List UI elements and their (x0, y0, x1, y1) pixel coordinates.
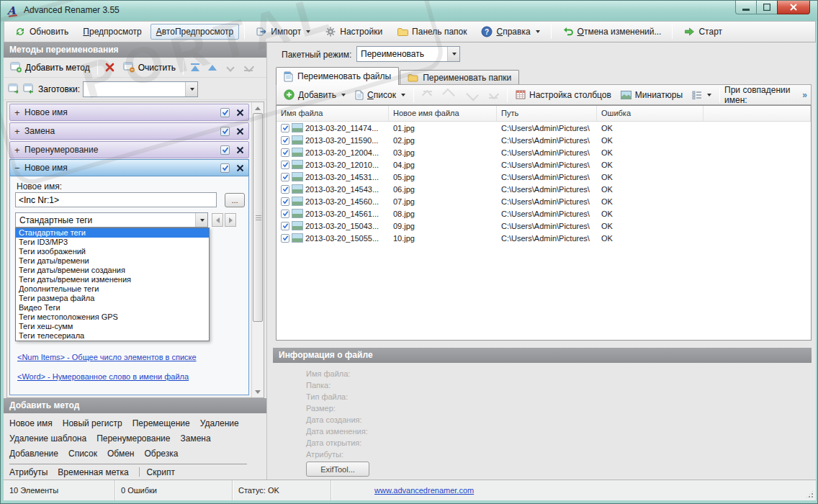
add-method-link[interactable]: Перенумерование (96, 433, 170, 444)
row-checkbox[interactable] (281, 148, 289, 157)
method-enabled-checkbox[interactable] (220, 163, 230, 173)
table-row[interactable]: 2013-03-20_11590... 02.jpg C:\Users\Admi… (277, 134, 811, 146)
tag-category-option[interactable]: Теги даты/времени создания (16, 266, 209, 275)
undo-button[interactable]: Отмена изменений... (557, 23, 668, 40)
row-checkbox[interactable] (281, 234, 289, 243)
tag-category-option[interactable]: Теги хеш-сумм (16, 322, 209, 331)
remove-method-icon[interactable] (236, 109, 244, 117)
remove-method-icon[interactable] (236, 146, 244, 154)
method-bar[interactable]: + Новое имя (9, 104, 249, 121)
remove-method-icon[interactable] (236, 127, 244, 135)
tag-category-option[interactable]: Теги даты/времени изменения (16, 275, 209, 284)
expand-icon[interactable]: + (14, 126, 24, 137)
methods-scrollbar[interactable] (251, 102, 264, 397)
import-button[interactable]: Импорт (250, 23, 316, 40)
tag-category-option[interactable]: Стандартные теги (16, 228, 209, 238)
add-method-link[interactable]: Обмен (107, 449, 135, 459)
column-header-error[interactable]: Ошибка (597, 106, 704, 121)
add-method-link[interactable]: Добавление (9, 449, 58, 459)
method-bar[interactable]: + Замена (9, 122, 249, 140)
clear-methods-button[interactable]: Очистить (120, 60, 179, 74)
table-row[interactable]: 2013-03-20_12004... 03.jpg C:\Users\Admi… (277, 146, 811, 158)
move-method-bottom-button[interactable] (241, 62, 256, 73)
scrollbar-up-icon[interactable] (252, 102, 264, 114)
move-method-top-button[interactable] (187, 62, 203, 73)
collapse-icon[interactable]: − (14, 163, 24, 174)
scrollbar-down-icon[interactable] (252, 386, 264, 397)
add-method-link[interactable]: Перемещение (132, 418, 190, 428)
table-row[interactable]: 2013-03-20_14561... 08.jpg C:\Users\Admi… (277, 207, 811, 220)
expand-icon[interactable]: + (14, 107, 24, 118)
tag-category-option[interactable]: Дополнительные теги (16, 284, 209, 294)
method-bar-expanded[interactable]: − Новое имя (9, 159, 249, 176)
move-method-up-button[interactable] (204, 63, 220, 72)
table-row[interactable]: 2013-03-20_15043... 09.jpg C:\Users\Admi… (277, 220, 811, 232)
view-mode-button[interactable] (688, 89, 715, 102)
autopreview-toggle[interactable]: АвтоПредпросмотр (150, 24, 240, 40)
method-enabled-checkbox[interactable] (220, 127, 230, 136)
tag-category-dropdown[interactable]: Стандартные теги (15, 212, 208, 228)
add-method-link[interactable]: Временная метка (58, 467, 128, 477)
presets-dropdown[interactable] (83, 81, 198, 97)
add-method-link[interactable]: Замена (180, 433, 210, 444)
tab-rename-folders[interactable]: Переименовать папки (400, 70, 519, 85)
refresh-button[interactable]: Обновить (9, 23, 74, 40)
scroll-right-button[interactable] (225, 213, 236, 227)
tag-category-option[interactable]: Видео Теги (16, 303, 209, 312)
tag-category-option[interactable]: Теги изображений (16, 247, 209, 256)
preview-button[interactable]: Предпросмотр (77, 24, 147, 40)
browse-button[interactable]: ... (225, 193, 245, 207)
column-header-filename[interactable]: Имя файла (277, 106, 389, 121)
add-method-link[interactable]: Обрезка (144, 449, 178, 459)
tab-rename-files[interactable]: Переименовать файлы (276, 67, 399, 85)
column-header-newname[interactable]: Новое имя файла (389, 106, 497, 121)
row-checkbox[interactable] (281, 197, 289, 206)
list-button[interactable]: Список (351, 88, 409, 102)
start-button[interactable]: Старт (678, 23, 728, 40)
scrollbar-thumb[interactable] (253, 113, 263, 322)
row-checkbox[interactable] (281, 222, 289, 230)
scroll-left-button[interactable] (212, 213, 223, 227)
table-row[interactable]: 2013-03-20_14531... 05.jpg C:\Users\Admi… (277, 171, 811, 183)
move-file-up-button[interactable] (438, 89, 459, 100)
add-method-link[interactable]: Удаление шаблона (9, 433, 86, 444)
row-checkbox[interactable] (281, 173, 289, 181)
method-enabled-checkbox[interactable] (220, 145, 230, 155)
expand-icon[interactable]: + (14, 145, 24, 156)
new-name-input[interactable] (15, 192, 217, 207)
method-enabled-checkbox[interactable] (220, 108, 230, 117)
minimize-button[interactable] (735, 1, 757, 14)
batch-mode-dropdown[interactable]: Переименовать (356, 46, 460, 62)
save-preset-icon[interactable] (23, 84, 35, 94)
move-method-down-button[interactable] (222, 63, 239, 72)
tag-link-word[interactable]: <Word> - Нумерованное слово в имени файл… (17, 372, 189, 381)
add-method-link[interactable]: Удаление (200, 418, 239, 428)
titlebar[interactable]: A Advanced Renamer 3.55 (1, 1, 817, 21)
add-files-button[interactable]: Добавить (280, 87, 349, 102)
move-file-top-button[interactable] (418, 89, 436, 100)
column-header-path[interactable]: Путь (497, 106, 597, 121)
move-file-bottom-button[interactable] (485, 89, 503, 100)
table-row[interactable]: 2013-03-20_14543... 06.jpg C:\Users\Admi… (277, 183, 811, 195)
row-checkbox[interactable] (281, 185, 289, 194)
exiftool-button[interactable]: ExifTool... (306, 462, 369, 477)
row-checkbox[interactable] (281, 210, 289, 218)
toolbar-overflow-button[interactable]: » (802, 90, 807, 100)
add-method-link[interactable]: Новый регистр (63, 418, 122, 428)
maximize-button[interactable] (757, 1, 777, 14)
tag-category-option[interactable]: Теги ID3/MP3 (16, 238, 209, 247)
add-method-link[interactable]: Новое имя (9, 418, 53, 428)
tag-link-numitems[interactable]: <Num Items> - Общее число элементов в сп… (17, 353, 197, 361)
tag-category-option[interactable]: Теги даты/времени (16, 256, 209, 266)
column-settings-button[interactable]: Настройка столбцов (512, 88, 615, 102)
row-checkbox[interactable] (281, 124, 289, 132)
delete-method-button[interactable] (102, 61, 118, 73)
load-preset-icon[interactable] (8, 84, 20, 94)
row-checkbox[interactable] (281, 136, 289, 145)
resize-grip[interactable] (805, 490, 814, 499)
folder-panel-button[interactable]: Панель папок (391, 23, 472, 40)
add-method-link[interactable]: Скрипт (147, 467, 175, 477)
settings-button[interactable]: Настройки (319, 23, 388, 40)
table-row[interactable]: 2013-03-20_12010... 04.jpg C:\Users\Admi… (277, 158, 811, 171)
help-button[interactable]: ? Справка (475, 23, 545, 40)
